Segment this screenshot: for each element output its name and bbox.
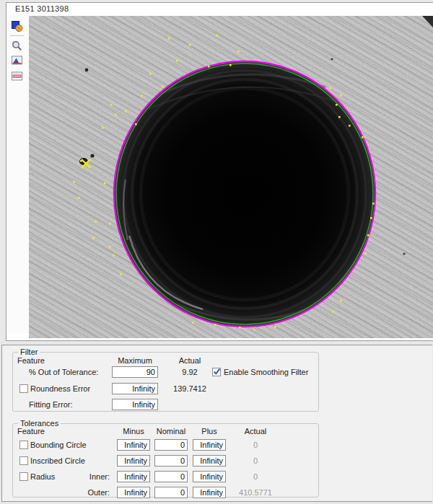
tol-header-plus: Plus [193, 427, 226, 436]
toolbar [6, 16, 28, 333]
radius-outer-plus-input[interactable] [193, 487, 226, 498]
roundness-error-max-input[interactable] [112, 383, 158, 394]
filter-header-actual: Actual [165, 356, 215, 365]
bounding-circle-label: Bounding Circle [30, 441, 87, 449]
filter-header-maximum: Maximum [112, 356, 158, 365]
enable-smoothing-label: Enable Smoothing Filter [224, 368, 308, 376]
bounding-plus-input[interactable] [193, 439, 226, 451]
color-overlay-tool-button[interactable] [11, 20, 23, 32]
toolbar-separator [10, 35, 24, 36]
inscribed-circle-label: Inscribed Circle [30, 456, 85, 465]
radius-inner-nominal-input[interactable] [154, 471, 188, 482]
bounding-circle-checkbox[interactable] [19, 441, 28, 449]
out-of-tolerance-label: % Out of Tolerance: [29, 368, 98, 376]
bounding-actual: 0 [234, 441, 277, 449]
frame-view-tool-button[interactable] [11, 70, 23, 82]
hole [114, 61, 375, 327]
inscribed-circle-checkbox[interactable] [19, 456, 28, 465]
tol-header-minus: Minus [117, 427, 150, 436]
measurement-panel: Filter Feature Maximum Actual % Out of T… [1, 345, 432, 502]
roundness-error-actual: 139.7412 [165, 384, 215, 393]
enable-smoothing-checkbox[interactable] [212, 368, 221, 376]
radius-outer-minus-input[interactable] [117, 487, 150, 498]
out-of-tolerance-max-input[interactable] [112, 366, 158, 378]
fitting-error-label: Fitting Error: [29, 400, 73, 409]
inscribed-plus-input[interactable] [193, 455, 226, 467]
out-of-tolerance-actual: 9.92 [165, 368, 215, 376]
fitting-error-max-input[interactable] [112, 399, 158, 410]
magnifier-icon [11, 40, 23, 52]
radius-label: Radius [30, 472, 55, 481]
inscribed-minus-input[interactable] [117, 455, 150, 467]
tol-header-actual: Actual [234, 427, 277, 436]
filter-group: Filter Feature Maximum Actual % Out of T… [12, 352, 319, 412]
image-view-tool-button[interactable] [11, 54, 23, 66]
radius-inner-actual: 0 [234, 472, 277, 481]
magnifier-tool-button[interactable] [11, 40, 23, 52]
inspection-image-canvas [29, 16, 433, 338]
tol-header-feature: Feature [17, 427, 45, 436]
bounding-nominal-input[interactable] [154, 439, 188, 451]
radius-outer-nominal-input[interactable] [154, 487, 188, 498]
filter-group-title: Filter [18, 348, 40, 356]
checkmark-icon [213, 368, 221, 376]
radius-outer-actual: 410.5771 [234, 488, 277, 497]
radius-outer-label: Outer: [78, 488, 110, 497]
radius-inner-minus-input[interactable] [117, 471, 150, 482]
radius-checkbox[interactable] [19, 472, 28, 481]
radius-inner-label: Inner: [78, 472, 110, 481]
image-viewer-window: E151 3011398 [6, 2, 433, 341]
roundness-error-checkbox[interactable] [19, 384, 28, 393]
color-overlay-icon [11, 20, 23, 32]
inscribed-nominal-input[interactable] [154, 455, 188, 467]
window-title: E151 3011398 [15, 4, 69, 13]
bounding-minus-input[interactable] [117, 439, 150, 451]
tol-header-nominal: Nominal [154, 427, 188, 436]
frame-view-icon [11, 70, 23, 82]
tolerances-group: Tolerances Feature Minus Nominal Plus Ac… [12, 423, 319, 498]
inspection-image[interactable] [29, 16, 433, 338]
filter-header-feature: Feature [17, 356, 45, 365]
roundness-error-label: Roundness Error [30, 384, 90, 393]
inscribed-actual: 0 [234, 456, 277, 465]
image-view-icon [11, 54, 23, 66]
radius-inner-plus-input[interactable] [193, 471, 226, 482]
